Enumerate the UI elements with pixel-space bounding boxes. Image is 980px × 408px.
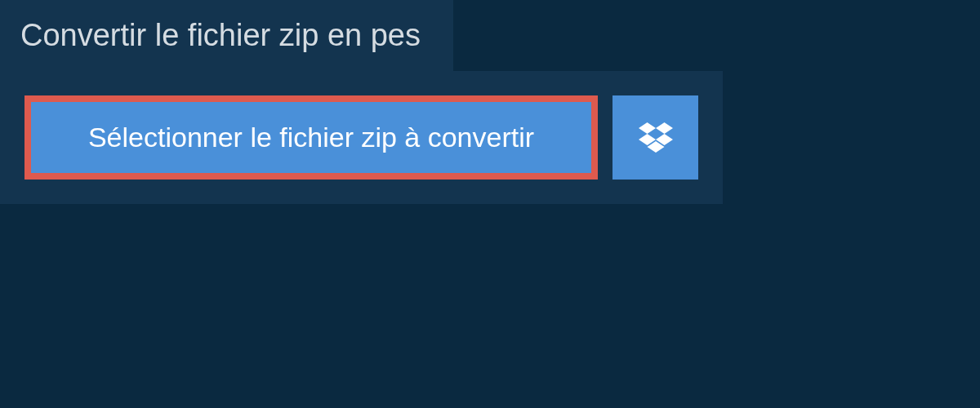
select-file-label: Sélectionner le fichier zip à convertir (88, 122, 534, 153)
button-row: Sélectionner le fichier zip à convertir (24, 95, 698, 180)
page-header: Convertir le fichier zip en pes (0, 0, 453, 71)
page-title: Convertir le fichier zip en pes (20, 18, 421, 53)
dropbox-icon (639, 122, 673, 153)
dropbox-button[interactable] (612, 95, 698, 180)
upload-panel: Sélectionner le fichier zip à convertir (0, 71, 723, 204)
select-file-button[interactable]: Sélectionner le fichier zip à convertir (24, 95, 598, 180)
